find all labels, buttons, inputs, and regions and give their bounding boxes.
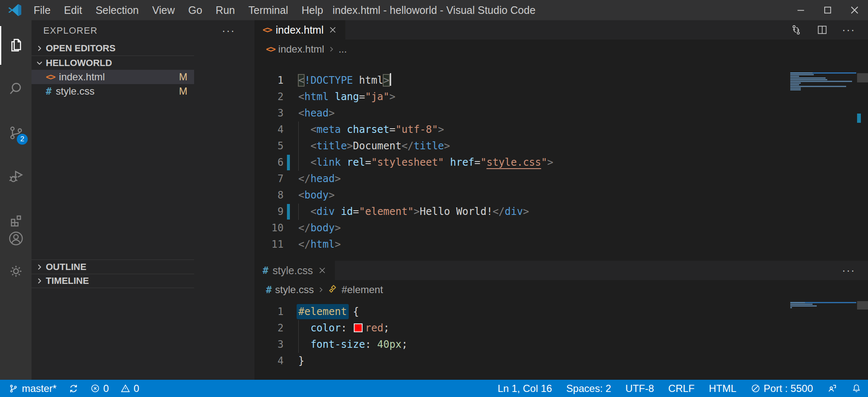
line-number: 11	[255, 236, 284, 253]
code-editor-index-html[interactable]: 1<!DOCTYPE html>2<html lang="ja">3<head>…	[255, 59, 868, 261]
html-file-icon: <>	[263, 25, 271, 35]
git-modified-badge: M	[179, 85, 187, 97]
code-token: charset	[347, 124, 389, 135]
code-line: 7</head>	[255, 171, 784, 187]
code-token	[341, 156, 347, 168]
status-utf-8-item[interactable]: UTF-8	[626, 383, 654, 394]
maximize-button[interactable]	[814, 0, 841, 20]
modified-line-marker	[287, 155, 290, 170]
section-label: OPEN EDITORS	[46, 43, 116, 54]
code-token: head	[304, 107, 329, 119]
section-open-editors[interactable]: OPEN EDITORS	[32, 41, 194, 56]
minimize-button[interactable]	[787, 0, 814, 20]
section-outline[interactable]: OUTLINE	[32, 259, 194, 274]
line-number: 4	[255, 122, 284, 138]
status-label: UTF-8	[626, 383, 654, 394]
code-line: 2 color: red;	[255, 320, 784, 336]
open-changes-icon[interactable]	[790, 24, 802, 36]
line-content: }	[298, 353, 304, 369]
status-0-item[interactable]: 0	[121, 383, 139, 394]
status-master-item[interactable]: master*	[8, 383, 57, 394]
breadcrumb-item[interactable]: #style.css	[266, 284, 314, 296]
close-tab-icon[interactable]	[317, 265, 327, 275]
breadcrumb: <>index.html...	[255, 40, 868, 59]
section-label: OUTLINE	[46, 262, 87, 273]
account-icon	[7, 230, 25, 247]
code-token: title	[316, 140, 347, 152]
activity-settings-button[interactable]	[0, 259, 32, 284]
menu-view[interactable]: View	[145, 0, 181, 20]
status-spaces-2-item[interactable]: Spaces: 2	[566, 383, 611, 394]
status-ln-1-col-16-item[interactable]: Ln 1, Col 16	[497, 383, 552, 394]
run-debug-icon	[7, 168, 25, 185]
code-line: 9 <div id="element">Hello World!</div>	[255, 204, 784, 220]
status-html-item[interactable]: HTML	[709, 383, 736, 394]
minimap-line	[790, 87, 856, 89]
menu-terminal[interactable]: Terminal	[242, 0, 295, 20]
split-editor-icon[interactable]	[816, 24, 829, 36]
code-token: </	[298, 222, 310, 234]
chevron-down-icon	[35, 58, 44, 68]
section-folder-helloworld[interactable]: HELLOWORLD	[32, 56, 194, 70]
code-token: href	[450, 156, 474, 168]
menu-edit[interactable]: Edit	[57, 0, 89, 20]
code-token: html	[304, 91, 329, 103]
status-feedback-item[interactable]	[827, 384, 837, 394]
code-token: color	[310, 322, 341, 334]
tab-label: index.html	[276, 24, 324, 36]
gear-icon	[8, 263, 24, 280]
status-sync-item[interactable]	[68, 384, 79, 394]
more-actions-icon[interactable]: ···	[842, 28, 855, 32]
tab-index-html[interactable]: <> index.html	[255, 20, 345, 40]
menu-file[interactable]: File	[27, 0, 57, 20]
breadcrumb-item[interactable]: #element	[328, 284, 383, 296]
code-token: </	[402, 140, 414, 152]
line-number: 10	[255, 220, 284, 236]
menu-go[interactable]: Go	[181, 0, 209, 20]
activity-accounts-button[interactable]	[0, 226, 32, 251]
menu-help[interactable]: Help	[295, 0, 330, 20]
activity-source-control-button[interactable]: 2	[0, 111, 32, 155]
code-token: "	[541, 156, 547, 168]
minimap[interactable]	[790, 302, 856, 309]
minimap[interactable]	[790, 72, 856, 91]
line-content: <title>Document</title>	[298, 138, 450, 154]
breadcrumb-item[interactable]: <>index.html	[266, 43, 324, 55]
source-control-badge: 2	[17, 134, 28, 145]
scrollbar-thumb[interactable]	[857, 73, 868, 82]
status-bell-item[interactable]	[852, 384, 861, 393]
status-label: HTML	[709, 383, 736, 394]
activity-explorer-button[interactable]	[0, 24, 32, 67]
line-content: #element {	[298, 304, 359, 320]
code-token: =	[353, 206, 359, 217]
code-token: >	[383, 74, 389, 86]
more-actions-icon[interactable]: ···	[842, 268, 855, 273]
line-number: 4	[255, 353, 284, 369]
tab-style-css[interactable]: # style.css	[255, 261, 335, 280]
code-token: meta	[316, 124, 341, 135]
line-number: 9	[255, 204, 284, 220]
status-crlf-item[interactable]: CRLF	[668, 383, 695, 394]
menu-selection[interactable]: Selection	[89, 0, 145, 20]
minimap-line	[790, 302, 856, 303]
code-token: "ja"	[365, 91, 389, 103]
file-row-style.css[interactable]: #style.cssM	[32, 84, 194, 98]
file-row-index.html[interactable]: <>index.htmlM	[32, 70, 194, 84]
indent-guide	[298, 154, 299, 171]
activity-search-button[interactable]	[0, 67, 32, 111]
code-editor-style-css[interactable]: 1#element {2 color: red;3 font-size: 40p…	[255, 299, 868, 380]
code-token: Document	[353, 140, 402, 152]
status-0-item[interactable]: 0	[90, 383, 109, 394]
menu-run[interactable]: Run	[209, 0, 242, 20]
code-token	[444, 156, 450, 168]
explorer-more-actions-icon[interactable]: ···	[222, 29, 235, 33]
status-port-5500-item[interactable]: Port : 5500	[751, 383, 813, 394]
feedback-icon	[827, 384, 837, 394]
section-timeline[interactable]: TIMELINE	[32, 274, 194, 288]
close-tab-icon[interactable]	[328, 25, 338, 35]
close-button[interactable]	[841, 0, 868, 20]
code-token: body	[304, 189, 329, 201]
activity-run-debug-button[interactable]	[0, 155, 32, 198]
scrollbar-thumb[interactable]	[857, 301, 868, 310]
breadcrumb-item[interactable]: ...	[339, 43, 347, 55]
